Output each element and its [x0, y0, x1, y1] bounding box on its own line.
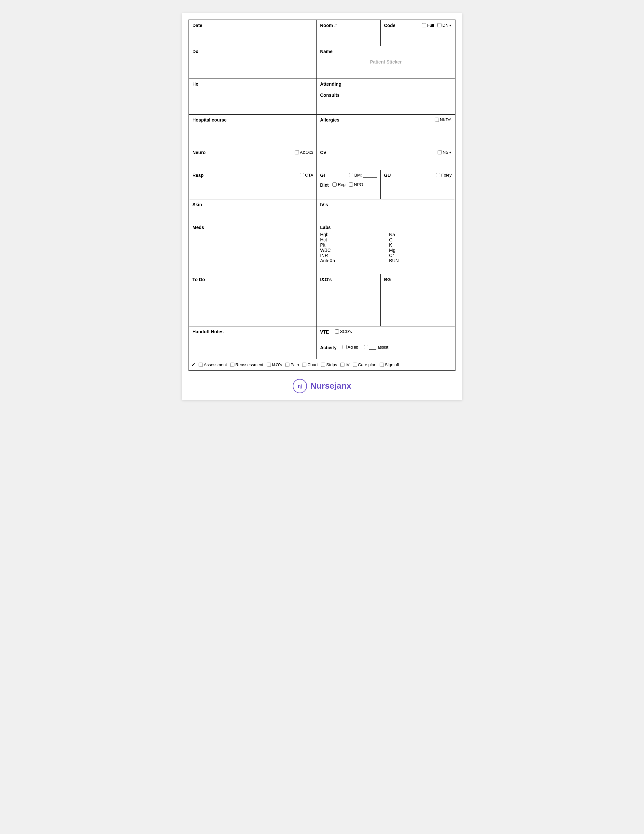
cv-label: CV — [320, 150, 326, 155]
footer-ios-label: I&O's — [272, 362, 282, 367]
lab-wbc: WBC — [320, 247, 383, 253]
hx-label: Hx — [192, 81, 198, 87]
bg-cell: BG — [381, 274, 455, 326]
lab-bun: BUN — [389, 258, 452, 263]
lab-na: Na — [389, 232, 452, 237]
lab-hct: Hct — [320, 237, 383, 242]
foley-checkbox[interactable] — [436, 173, 440, 177]
room-cell: Room # — [317, 20, 381, 46]
lab-antixa: Anti-Xa — [320, 258, 383, 263]
careplan-checkbox[interactable] — [353, 363, 357, 367]
aox3-checkbox-item: A&Ox3 — [295, 150, 313, 155]
dnr-checkbox-item: DNR — [437, 23, 452, 28]
row-dx-name: Dx Name Patient Sticker — [189, 46, 455, 79]
ios-cell: I&O's — [317, 274, 381, 326]
page-container: Date Room # Code Full DNR — [182, 13, 462, 400]
nkda-checkbox[interactable] — [435, 118, 439, 122]
dx-cell: Dx — [189, 46, 317, 79]
name-cell: Name Patient Sticker — [317, 46, 455, 79]
ivs-cell: IV's — [317, 199, 455, 222]
handoff-cell: Handoff Notes — [189, 326, 317, 359]
date-cell: Date — [189, 20, 317, 46]
allergies-cell: Allergies NKDA — [317, 114, 455, 147]
assessment-label: Assessment — [204, 362, 227, 367]
attending-cell: Attending Consults — [317, 79, 455, 114]
nsr-checkbox[interactable] — [437, 150, 442, 154]
bg-label: BG — [384, 277, 391, 282]
footer-ios-checkbox[interactable] — [267, 363, 271, 367]
labs-left-col: Hgb Hct Plt WBC INR Anti-Xa — [320, 232, 383, 263]
activity-label: Activity — [320, 345, 337, 350]
npo-label: NPO — [354, 182, 363, 187]
signoff-checkbox[interactable] — [379, 363, 384, 367]
todo-cell: To Do — [189, 274, 317, 326]
cta-checkbox[interactable] — [300, 173, 304, 177]
labs-cell: Labs Hgb Hct Plt WBC INR Anti-Xa Na Cl K — [317, 222, 455, 274]
cta-label: CTA — [305, 173, 313, 178]
hospital-course-cell: Hospital course — [189, 114, 317, 147]
nsr-checkbox-item: NSR — [437, 150, 452, 155]
npo-checkbox-item: NPO — [349, 182, 363, 187]
handoff-label: Handoff Notes — [192, 329, 224, 334]
attending-label: Attending — [320, 81, 341, 87]
dnr-checkbox[interactable] — [437, 23, 442, 27]
assist-checkbox[interactable] — [364, 345, 368, 349]
ivs-label: IV's — [320, 202, 328, 207]
careplan-checkbox-item: Care plan — [353, 362, 376, 367]
diet-label: Diet — [320, 183, 329, 187]
pain-label: Pain — [291, 362, 299, 367]
row-resp-gi-gu: Resp CTA GI BM: ______ — [189, 170, 455, 199]
strips-label: Strips — [326, 362, 337, 367]
chart-checkbox-item: Chart — [302, 362, 318, 367]
bm-checkbox[interactable] — [349, 173, 353, 177]
npo-checkbox[interactable] — [349, 183, 353, 187]
assist-checkbox-item: ___ assist — [364, 345, 388, 349]
labs-right-col: Na Cl K Mg Cr BUN — [389, 232, 452, 263]
footer-cell: ✓ Assessment Reassessment I&O's — [189, 359, 455, 371]
scds-label: SCD's — [340, 329, 352, 334]
reg-checkbox[interactable] — [332, 183, 337, 187]
full-checkbox-item: Full — [422, 23, 434, 28]
skin-label: Skin — [192, 202, 202, 207]
full-label: Full — [427, 23, 434, 28]
full-checkbox[interactable] — [422, 23, 426, 27]
cv-cell: CV NSR — [317, 147, 455, 170]
resp-cell: Resp CTA — [189, 170, 317, 199]
iv-checkbox[interactable] — [340, 363, 344, 367]
logo-brand-text: Nurse — [310, 381, 334, 391]
signoff-label: Sign off — [385, 362, 399, 367]
row-hx-attending: Hx Attending Consults — [189, 79, 455, 114]
chart-checkbox[interactable] — [302, 363, 307, 367]
strips-checkbox[interactable] — [321, 363, 325, 367]
aox3-label: A&Ox3 — [300, 150, 313, 155]
row-date-room-code: Date Room # Code Full DNR — [189, 20, 455, 46]
row-meds-labs: Meds Labs Hgb Hct Plt WBC INR Anti-Xa Na — [189, 222, 455, 274]
scds-checkbox[interactable] — [335, 330, 339, 334]
labs-grid: Hgb Hct Plt WBC INR Anti-Xa Na Cl K Mg C… — [320, 232, 452, 263]
foley-label: Foley — [441, 173, 452, 178]
bm-label: BM: ______ — [354, 173, 377, 178]
gi-diet-cell: GI BM: ______ Diet Reg — [317, 170, 381, 199]
adlib-checkbox-item: Ad lib — [342, 345, 358, 349]
nkda-label: NKDA — [440, 117, 452, 122]
lab-cl: Cl — [389, 237, 452, 242]
vte-label: VTE — [320, 330, 329, 335]
meds-cell: Meds — [189, 222, 317, 274]
reg-label: Reg — [337, 182, 345, 187]
adlib-checkbox[interactable] — [342, 345, 347, 349]
bottom-logo: nj Nursejanx — [189, 379, 455, 393]
pain-checkbox[interactable] — [285, 363, 289, 367]
neuro-label: Neuro — [192, 150, 205, 155]
dx-label: Dx — [192, 49, 198, 54]
reassessment-checkbox[interactable] — [230, 363, 234, 367]
gu-cell: GU Foley — [381, 170, 455, 199]
row-skin-ivs: Skin IV's — [189, 199, 455, 222]
hospital-course-label: Hospital course — [192, 117, 227, 123]
main-form-table: Date Room # Code Full DNR — [189, 19, 455, 371]
aox3-checkbox[interactable] — [295, 150, 299, 154]
dnr-label: DNR — [442, 23, 452, 28]
logo-initials: nj — [298, 383, 302, 389]
iv-label: IV — [345, 362, 349, 367]
assessment-checkbox[interactable] — [199, 363, 203, 367]
ios-label: I&O's — [320, 277, 332, 282]
